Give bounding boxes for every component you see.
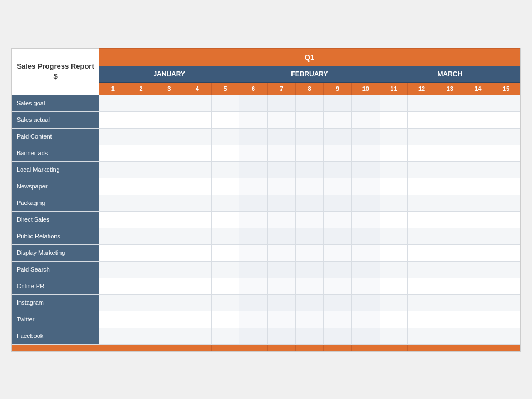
data-cell[interactable] [267, 161, 295, 178]
data-cell[interactable] [351, 228, 380, 244]
data-cell[interactable] [408, 228, 436, 244]
data-cell[interactable] [351, 328, 380, 344]
data-cell[interactable] [351, 294, 380, 311]
data-cell[interactable] [99, 261, 127, 278]
data-cell[interactable] [295, 311, 324, 328]
data-cell[interactable] [295, 161, 324, 178]
data-cell[interactable] [408, 278, 436, 294]
data-cell[interactable] [492, 278, 520, 294]
data-cell[interactable] [492, 161, 520, 178]
data-cell[interactable] [295, 294, 324, 311]
data-cell[interactable] [127, 111, 155, 128]
data-cell[interactable] [155, 111, 183, 128]
data-cell[interactable] [239, 278, 268, 294]
data-cell[interactable] [239, 244, 268, 261]
data-cell[interactable] [492, 195, 520, 211]
data-cell[interactable] [351, 278, 380, 294]
data-cell[interactable] [380, 261, 408, 278]
data-cell[interactable] [127, 95, 155, 111]
data-cell[interactable] [155, 261, 183, 278]
data-cell[interactable] [99, 195, 127, 211]
data-cell[interactable] [211, 278, 239, 294]
data-cell[interactable] [183, 195, 212, 211]
data-cell[interactable] [436, 278, 464, 294]
data-cell[interactable] [267, 244, 295, 261]
data-cell[interactable] [464, 195, 492, 211]
data-cell[interactable] [380, 145, 408, 161]
data-cell[interactable] [324, 311, 352, 328]
data-cell[interactable] [408, 294, 436, 311]
data-cell[interactable] [183, 294, 212, 311]
data-cell[interactable] [155, 278, 183, 294]
data-cell[interactable] [155, 294, 183, 311]
data-cell[interactable] [239, 294, 268, 311]
data-cell[interactable] [464, 294, 492, 311]
data-cell[interactable] [267, 228, 295, 244]
data-cell[interactable] [295, 145, 324, 161]
data-cell[interactable] [492, 228, 520, 244]
data-cell[interactable] [324, 111, 352, 128]
data-cell[interactable] [295, 228, 324, 244]
data-cell[interactable] [211, 311, 239, 328]
data-cell[interactable] [380, 244, 408, 261]
data-cell[interactable] [295, 278, 324, 294]
data-cell[interactable] [492, 145, 520, 161]
data-cell[interactable] [324, 228, 352, 244]
data-cell[interactable] [183, 145, 212, 161]
data-cell[interactable] [127, 328, 155, 344]
data-cell[interactable] [436, 211, 464, 228]
data-cell[interactable] [436, 161, 464, 178]
data-cell[interactable] [183, 261, 212, 278]
data-cell[interactable] [155, 228, 183, 244]
data-cell[interactable] [239, 111, 268, 128]
data-cell[interactable] [351, 195, 380, 211]
data-cell[interactable] [464, 228, 492, 244]
data-cell[interactable] [324, 294, 352, 311]
data-cell[interactable] [127, 311, 155, 328]
data-cell[interactable] [351, 145, 380, 161]
data-cell[interactable] [267, 261, 295, 278]
data-cell[interactable] [492, 294, 520, 311]
data-cell[interactable] [127, 161, 155, 178]
data-cell[interactable] [127, 178, 155, 195]
data-cell[interactable] [99, 95, 127, 111]
data-cell[interactable] [183, 311, 212, 328]
data-cell[interactable] [211, 294, 239, 311]
data-cell[interactable] [351, 95, 380, 111]
data-cell[interactable] [380, 178, 408, 195]
data-cell[interactable] [239, 95, 268, 111]
data-cell[interactable] [239, 228, 268, 244]
data-cell[interactable] [211, 244, 239, 261]
data-cell[interactable] [155, 195, 183, 211]
data-cell[interactable] [408, 178, 436, 195]
data-cell[interactable] [267, 311, 295, 328]
data-cell[interactable] [127, 244, 155, 261]
data-cell[interactable] [464, 328, 492, 344]
data-cell[interactable] [239, 311, 268, 328]
data-cell[interactable] [436, 145, 464, 161]
data-cell[interactable] [380, 128, 408, 145]
data-cell[interactable] [127, 261, 155, 278]
data-cell[interactable] [464, 261, 492, 278]
data-cell[interactable] [183, 278, 212, 294]
data-cell[interactable] [267, 111, 295, 128]
data-cell[interactable] [295, 195, 324, 211]
data-cell[interactable] [99, 278, 127, 294]
data-cell[interactable] [492, 178, 520, 195]
data-cell[interactable] [211, 145, 239, 161]
data-cell[interactable] [380, 228, 408, 244]
data-cell[interactable] [127, 211, 155, 228]
data-cell[interactable] [211, 195, 239, 211]
data-cell[interactable] [183, 95, 212, 111]
data-cell[interactable] [211, 95, 239, 111]
data-cell[interactable] [324, 178, 352, 195]
data-cell[interactable] [239, 195, 268, 211]
data-cell[interactable] [380, 294, 408, 311]
data-cell[interactable] [351, 161, 380, 178]
data-cell[interactable] [267, 145, 295, 161]
data-cell[interactable] [436, 328, 464, 344]
data-cell[interactable] [239, 261, 268, 278]
data-cell[interactable] [99, 294, 127, 311]
data-cell[interactable] [155, 145, 183, 161]
data-cell[interactable] [464, 111, 492, 128]
